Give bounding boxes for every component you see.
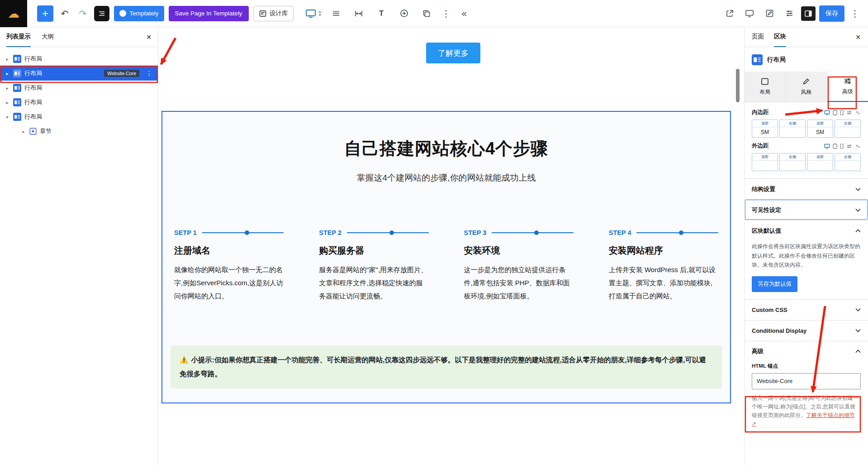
desktop-icon[interactable] — [824, 144, 830, 149]
design-library-button[interactable]: 设计库 — [253, 6, 294, 21]
chevron-down-icon[interactable]: ▾ — [5, 115, 10, 120]
edit-mode-button[interactable] — [761, 6, 778, 21]
duplicate-button[interactable] — [418, 6, 435, 21]
tab-style[interactable]: 风格 — [786, 72, 827, 102]
responsive-preview-control[interactable]: ▲▼ — [305, 9, 322, 19]
desktop-icon[interactable] — [824, 110, 830, 115]
close-icon[interactable]: ✕ — [146, 34, 152, 41]
tab-page[interactable]: 页面 — [752, 27, 764, 47]
section-subtitle[interactable]: 掌握这4个建网站的步骤,你的网站就能成功上线 — [162, 172, 730, 184]
mobile-icon[interactable] — [840, 110, 844, 115]
undo-icon[interactable]: ↶ — [58, 6, 71, 21]
step-text[interactable]: 就像给你的网站取一个独一无二的名字,例如ServerPicks.com,这是别人… — [174, 264, 284, 302]
link-values-icon[interactable] — [855, 144, 861, 149]
save-as-default-button[interactable]: 另存为默认值 — [752, 276, 797, 292]
settings-panel-toggle[interactable] — [801, 6, 816, 21]
unit-toggle-icon[interactable] — [846, 110, 852, 115]
tree-item-row-layout-1[interactable]: ▸ 行布局 — [0, 52, 158, 66]
field-value[interactable] — [752, 161, 778, 171]
padding-right-field[interactable]: 右侧 — [779, 120, 806, 138]
step-column-4[interactable]: STEP 4 安装网站程序 上传并安装 WordPress 后,就可以设置主题、… — [609, 229, 718, 302]
chevron-right-icon[interactable]: ▸ — [5, 71, 10, 76]
tree-item-row-layout-3[interactable]: ▸ 行布局 — [0, 81, 158, 95]
field-value[interactable] — [835, 161, 860, 171]
toolbar-kebab-icon[interactable]: ⋮ — [439, 6, 453, 21]
tree-item-row-layout-5[interactable]: ▾ 行布局 — [0, 110, 158, 124]
selected-row-layout-block[interactable]: 自己搭建网站核心4个步骤 掌握这4个建网站的步骤,你的网站就能成功上线 SETP… — [161, 111, 731, 403]
tab-list-view[interactable]: 列表显示 — [6, 27, 31, 47]
step-heading[interactable]: 注册域名 — [174, 244, 284, 257]
panel-block-defaults[interactable]: 区块默认值 — [745, 220, 868, 241]
more-options-kebab-icon[interactable]: ⋮ — [848, 6, 862, 21]
typography-button[interactable]: T — [373, 6, 389, 21]
tree-item-row-layout-4[interactable]: ▸ 行布局 — [0, 95, 158, 110]
margin-bottom-field[interactable]: 底部 — [807, 153, 833, 171]
chevron-right-icon[interactable]: ▸ — [5, 57, 10, 62]
section-title[interactable]: 自己搭建网站核心4个步骤 — [162, 137, 730, 160]
chevron-right-icon[interactable]: ▸ — [21, 129, 26, 134]
step-column-3[interactable]: STEP 3 安装环境 这一步是为您的独立站提供运行条件,通常包括安装 PHP、… — [464, 229, 574, 302]
field-value[interactable] — [807, 161, 833, 171]
tab-advanced[interactable]: 高级 — [827, 72, 868, 102]
margin-left-field[interactable]: 左侧 — [835, 153, 861, 171]
tree-item-row-layout-2-selected[interactable]: ▸ 行布局 Website-Core ⋮ — [0, 66, 158, 81]
panel-conditional-display[interactable]: Conditional Display — [745, 320, 868, 341]
step-heading[interactable]: 安装环境 — [464, 244, 574, 257]
save-button[interactable]: 保存 — [819, 5, 844, 22]
insert-element-button[interactable] — [396, 6, 412, 21]
padding-top-field[interactable]: 顶部SM — [752, 120, 778, 138]
step-text[interactable]: 这一步是为您的独立站提供运行条件,通常包括安装 PHP、数据库和面板环境,例如宝… — [464, 264, 574, 302]
tip-callout[interactable]: ⚠️小提示:但如果你想真正搭建一个功能完善、可长期运营的网站,仅靠这四步远远不够… — [171, 345, 722, 388]
templately-button[interactable]: Templately — [114, 6, 164, 21]
learn-more-button[interactable]: 了解更多 — [426, 43, 480, 63]
step-heading[interactable]: 购买服务器 — [319, 244, 428, 257]
panel-advanced[interactable]: 高级 — [745, 341, 868, 362]
chevron-down-icon — [855, 187, 861, 191]
list-view-button[interactable] — [94, 6, 109, 21]
justify-button[interactable] — [328, 6, 344, 21]
field-value[interactable] — [835, 127, 860, 137]
panel-custom-css[interactable]: Custom CSS — [745, 299, 868, 320]
unit-toggle-icon[interactable] — [846, 144, 852, 149]
tab-outline[interactable]: 大纲 — [42, 27, 54, 47]
html-anchor-label: HTML 锚点 — [752, 363, 861, 369]
redo-icon[interactable]: ↷ — [76, 6, 90, 21]
margin-top-field[interactable]: 顶部 — [752, 153, 778, 171]
panel-visibility-settings[interactable]: 可见性设定 — [745, 199, 868, 220]
save-page-in-templately-button[interactable]: Save Page In Templately — [169, 6, 249, 21]
step-text[interactable]: 上传并安装 WordPress 后,就可以设置主题、撰写文章、添加功能模块,打造… — [609, 264, 718, 302]
padding-bottom-field[interactable]: 底部SM — [807, 120, 833, 138]
tablet-icon[interactable] — [833, 144, 837, 149]
step-text[interactable]: 服务器是网站的"家",用来存放图片、文章和程序文件,选择稳定快速的服务器能让访问… — [319, 264, 428, 302]
tab-layout[interactable]: 布局 — [745, 72, 786, 102]
step-column-2[interactable]: STEP 2 购买服务器 服务器是网站的"家",用来存放图片、文章和程序文件,选… — [319, 229, 428, 302]
options-kebab-icon[interactable]: ⋮ — [146, 70, 152, 77]
field-value[interactable]: SM — [807, 127, 833, 137]
field-value[interactable] — [780, 127, 805, 137]
field-value[interactable] — [780, 161, 805, 171]
padding-left-field[interactable]: 左侧 — [835, 120, 861, 138]
editor-canvas[interactable]: 了解更多 自己搭建网站核心4个步骤 掌握这4个建网站的步骤,你的网站就能成功上线… — [158, 27, 744, 465]
open-external-button[interactable] — [721, 6, 738, 21]
tree-item-section[interactable]: ▸ 章节 — [0, 124, 158, 139]
margin-right-field[interactable]: 右侧 — [779, 153, 806, 171]
chevron-right-icon[interactable]: ▸ — [5, 100, 10, 105]
full-width-button[interactable] — [351, 6, 367, 21]
tools-button[interactable] — [781, 6, 797, 21]
mobile-icon[interactable] — [840, 144, 844, 149]
canvas-scrollbar-thumb[interactable] — [736, 69, 740, 102]
preview-desktop-button[interactable] — [741, 6, 758, 21]
close-icon[interactable]: ✕ — [855, 34, 861, 41]
step-heading[interactable]: 安装网站程序 — [609, 244, 718, 257]
collapse-toolbar-icon[interactable]: « — [457, 6, 471, 21]
html-anchor-input[interactable] — [752, 373, 861, 389]
step-column-1[interactable]: SETP 1 注册域名 就像给你的网站取一个独一无二的名字,例如ServerPi… — [174, 229, 284, 302]
panel-structure-settings[interactable]: 结构设置 — [745, 178, 868, 199]
tablet-icon[interactable] — [833, 110, 837, 115]
chevron-right-icon[interactable]: ▸ — [5, 86, 10, 91]
link-values-icon[interactable] — [855, 110, 861, 115]
block-inserter-button[interactable]: + — [37, 5, 53, 22]
field-value[interactable]: SM — [752, 127, 778, 137]
site-logo[interactable]: ☁ — [0, 0, 27, 27]
tab-block[interactable]: 区块 — [774, 27, 786, 47]
